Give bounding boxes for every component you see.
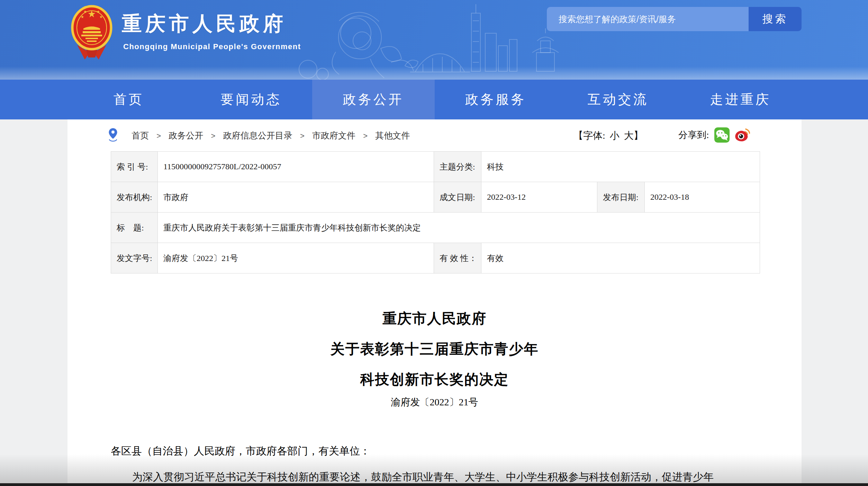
meta-row-index: 索 引 号: 11500000009275780L/2022-00057 主题分… <box>111 152 760 182</box>
bottom-edge-bar <box>0 483 868 486</box>
nav-item-interaction[interactable]: 互动交流 <box>557 80 679 119</box>
font-smaller-button[interactable]: 小 <box>610 130 620 141</box>
breadcrumb-home[interactable]: 首页 <box>132 131 149 140</box>
national-emblem-icon <box>71 5 112 62</box>
font-larger-button[interactable]: 大】 <box>624 130 643 141</box>
meta-written-date-label: 成文日期: <box>434 182 481 213</box>
font-size-control: 【字体: 小 大】 <box>573 129 643 142</box>
meta-publish-date-value: 2022-03-18 <box>645 182 760 213</box>
breadcrumb-info-catalog[interactable]: 政府信息公开目录 <box>223 131 292 140</box>
meta-index-label: 索 引 号: <box>111 152 158 182</box>
meta-index-value: 11500000009275780L/2022-00057 <box>158 152 434 182</box>
meta-publish-date-label: 发布日期: <box>597 182 645 213</box>
main-nav: 首页 要闻动态 政务公开 政务服务 互动交流 走进重庆 <box>0 80 868 119</box>
meta-row-doc-no: 发文字号: 渝府发〔2022〕21号 有 效 性： 有效 <box>111 243 760 273</box>
document-salutation: 各区县（自治县）人民政府，市政府各部门，有关单位： <box>111 441 761 461</box>
share-label: 分享到: <box>678 129 709 141</box>
document-number: 渝府发〔2022〕21号 <box>67 395 802 409</box>
meta-agency-value: 市政府 <box>158 182 434 213</box>
meta-title-label: 标 题: <box>111 213 158 243</box>
site-title: 重庆市人民政府 <box>122 10 287 37</box>
breadcrumb-gov-open[interactable]: 政务公开 <box>169 131 203 140</box>
meta-title-value: 重庆市人民政府关于表彰第十三届重庆市青少年科技创新市长奖的决定 <box>158 213 760 243</box>
search-button[interactable]: 搜索 <box>749 7 802 31</box>
nav-item-gov-service[interactable]: 政务服务 <box>435 80 557 119</box>
nav-item-home[interactable]: 首页 <box>67 80 190 119</box>
meta-doc-no-value: 渝府发〔2022〕21号 <box>158 243 434 273</box>
meta-agency-label: 发布机构: <box>111 182 158 213</box>
site-search: 搜索 <box>547 7 802 31</box>
nav-item-news[interactable]: 要闻动态 <box>190 80 313 119</box>
weibo-share-icon[interactable] <box>734 127 750 143</box>
meta-row-agency: 发布机构: 市政府 成文日期: 2022-03-12 发布日期: 2022-03… <box>111 182 760 213</box>
meta-written-date-value: 2022-03-12 <box>481 182 597 213</box>
wechat-share-icon[interactable] <box>714 127 730 143</box>
breadcrumb-separator: > <box>211 132 216 140</box>
meta-validity-value: 有效 <box>481 243 760 273</box>
content-area: 首页 > 政务公开 > 政府信息公开目录 > 市政府文件 > 其他文件 【字体:… <box>67 119 802 486</box>
page: 重庆市人民政府 Chongqing Municipal People's Gov… <box>0 0 868 486</box>
breadcrumb-row: 首页 > 政务公开 > 政府信息公开目录 > 市政府文件 > 其他文件 【字体:… <box>67 119 802 151</box>
breadcrumb-other-files[interactable]: 其他文件 <box>375 131 410 140</box>
breadcrumb: 首页 > 政务公开 > 政府信息公开目录 > 市政府文件 > 其他文件 <box>132 130 410 141</box>
nav-item-discover-chongqing[interactable]: 走进重庆 <box>679 80 802 119</box>
document-title-line-3: 科技创新市长奖的决定 <box>67 364 802 395</box>
meta-row-title: 标 题: 重庆市人民政府关于表彰第十三届重庆市青少年科技创新市长奖的决定 <box>111 213 760 243</box>
meta-topic-value: 科技 <box>481 152 760 182</box>
main-nav-items: 首页 要闻动态 政务公开 政务服务 互动交流 走进重庆 <box>67 80 802 119</box>
share-bar: 分享到: <box>678 127 754 143</box>
breadcrumb-city-gov-files[interactable]: 市政府文件 <box>312 131 355 140</box>
meta-doc-no-label: 发文字号: <box>111 243 158 273</box>
breadcrumb-separator: > <box>156 132 161 140</box>
document-title-line-1: 重庆市人民政府 <box>67 303 802 334</box>
site-subtitle: Chongqing Municipal People's Government <box>123 42 301 51</box>
nav-item-gov-open[interactable]: 政务公开 <box>312 80 435 119</box>
document-body: 各区县（自治县）人民政府，市政府各部门，有关单位： 为深入贯彻习近平总书记关于科… <box>111 441 761 486</box>
breadcrumb-separator: > <box>300 132 305 140</box>
document-meta-table: 索 引 号: 11500000009275780L/2022-00057 主题分… <box>111 151 760 273</box>
document-title-line-2: 关于表彰第十三届重庆市青少年 <box>67 334 802 364</box>
site-header: 重庆市人民政府 Chongqing Municipal People's Gov… <box>0 0 868 80</box>
search-input[interactable] <box>547 7 749 31</box>
font-size-label: 【字体: <box>573 130 605 141</box>
document-title: 重庆市人民政府 关于表彰第十三届重庆市青少年 科技创新市长奖的决定 渝府发〔20… <box>67 303 802 409</box>
meta-topic-label: 主题分类: <box>434 152 481 182</box>
location-pin-icon <box>108 127 118 142</box>
meta-validity-label: 有 效 性： <box>434 243 481 273</box>
header-decoration-art <box>294 0 571 80</box>
breadcrumb-separator: > <box>363 132 368 140</box>
